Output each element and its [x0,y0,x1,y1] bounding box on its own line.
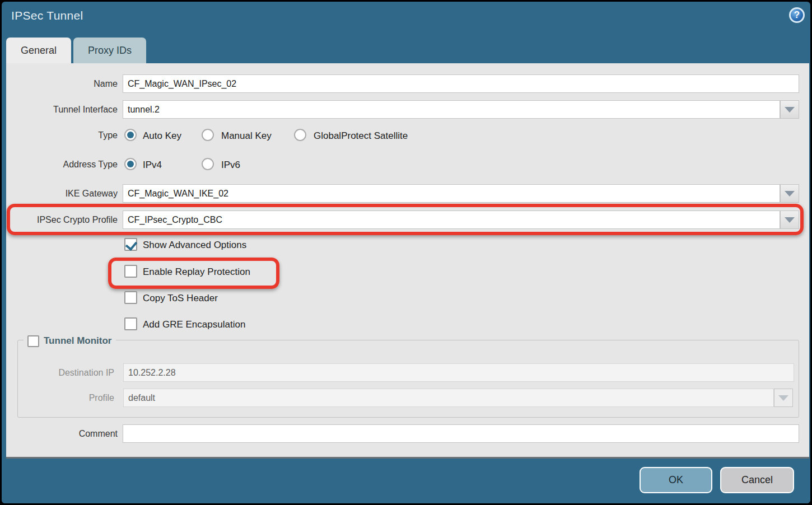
chevron-down-icon [785,191,795,197]
radio-ipv6-label: IPv6 [221,158,240,172]
copy-tos-header-checkbox[interactable] [124,291,137,304]
radio-ipv4-label: IPv4 [143,158,162,172]
show-advanced-options-label: Show Advanced Options [143,237,246,252]
ok-button[interactable]: OK [640,467,712,493]
help-icon[interactable]: ? [789,7,805,23]
ipsec-crypto-profile-input[interactable]: CF_IPsec_Crypto_CBC [123,211,780,229]
name-label: Name [6,74,118,93]
radio-auto-key-label: Auto Key [143,129,181,143]
radio-globalprotect-satellite-label: GlobalProtect Satellite [314,129,408,143]
radio-ipv6[interactable] [202,158,214,170]
tunnel-interface-label: Tunnel Interface [6,100,118,119]
add-gre-encapsulation-label: Add GRE Encapsulation [143,317,245,332]
radio-ipv4[interactable] [124,158,137,170]
chevron-down-icon [785,107,795,113]
address-type-label: Address Type [6,157,118,172]
radio-globalprotect-satellite[interactable] [294,129,306,141]
general-tab-panel: Name CF_Magic_WAN_IPsec_02 Tunnel Interf… [6,63,809,459]
tunnel-interface-input[interactable]: tunnel.2 [123,100,780,119]
enable-replay-protection-label: Enable Replay Protection [143,264,250,279]
tunnel-monitor-legend: Tunnel Monitor [24,334,116,348]
dialog-footer: OK Cancel [2,459,810,503]
enable-replay-protection-checkbox[interactable] [124,265,137,278]
ike-gateway-label: IKE Gateway [6,184,118,203]
radio-manual-key-label: Manual Key [221,129,272,143]
profile-input: default [123,389,774,407]
copy-tos-header-label: Copy ToS Header [143,291,218,306]
dialog-window: IPSec Tunnel ? General Proxy IDs Name CF… [2,2,810,503]
chevron-down-icon [785,217,795,223]
comment-input[interactable] [123,424,799,443]
tab-general[interactable]: General [6,38,71,63]
comment-label: Comment [6,424,118,443]
type-label: Type [6,128,118,143]
profile-label: Profile [18,389,114,407]
chevron-down-icon [778,395,788,401]
dialog-title: IPSec Tunnel [11,9,83,22]
radio-manual-key[interactable] [202,129,214,141]
ike-gateway-dropdown-button[interactable] [780,184,799,203]
ipsec-crypto-profile-dropdown-button[interactable] [780,211,799,229]
ipsec-tunnel-dialog: IPSec Tunnel ? General Proxy IDs Name CF… [0,0,812,505]
show-advanced-options-checkbox[interactable] [124,238,137,251]
tab-proxy-ids[interactable]: Proxy IDs [73,38,146,63]
radio-auto-key[interactable] [124,129,137,141]
ike-gateway-input[interactable]: CF_Magic_WAN_IKE_02 [123,184,780,203]
destination-ip-label: Destination IP [18,363,114,382]
tab-bar: General Proxy IDs [6,38,146,63]
tunnel-monitor-checkbox[interactable] [27,335,39,347]
tunnel-monitor-section: Tunnel Monitor Destination IP 10.252.2.2… [17,340,799,418]
profile-dropdown-button [774,389,793,407]
tunnel-monitor-label: Tunnel Monitor [44,335,112,347]
tunnel-interface-dropdown-button[interactable] [780,100,799,119]
add-gre-encapsulation-checkbox[interactable] [124,317,137,330]
ipsec-crypto-profile-label: IPSec Crypto Profile [6,211,118,229]
cancel-button[interactable]: Cancel [720,467,794,493]
name-input[interactable]: CF_Magic_WAN_IPsec_02 [123,74,799,93]
destination-ip-input: 10.252.2.28 [123,363,794,382]
